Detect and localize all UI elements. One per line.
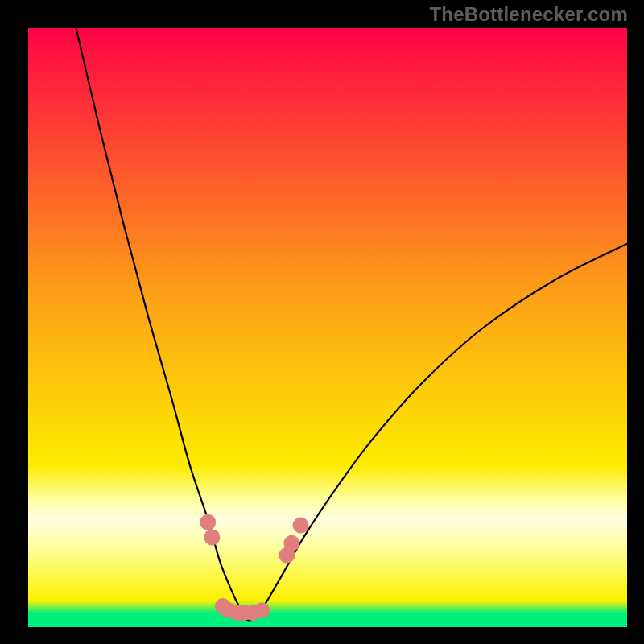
highlight-dot bbox=[200, 514, 216, 530]
gradient-background bbox=[28, 28, 627, 627]
plot-area bbox=[28, 28, 627, 627]
highlight-dot bbox=[254, 602, 270, 618]
watermark-text: TheBottlenecker.com bbox=[429, 3, 628, 26]
highlight-dot bbox=[293, 518, 309, 534]
bottleneck-chart bbox=[28, 28, 627, 627]
highlight-dot bbox=[283, 535, 299, 551]
highlight-dot bbox=[204, 529, 220, 545]
chart-frame: TheBottlenecker.com bbox=[0, 0, 644, 644]
